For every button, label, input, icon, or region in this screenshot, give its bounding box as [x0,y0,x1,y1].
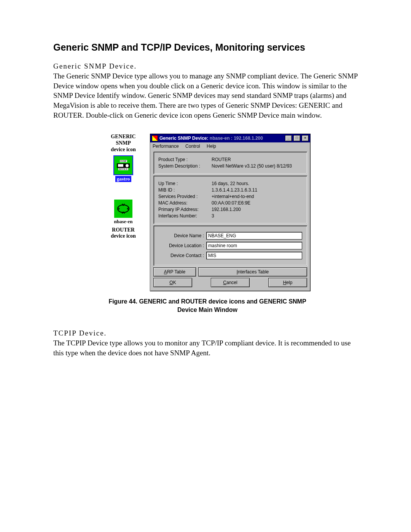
minimize-button[interactable]: _ [285,135,292,141]
primary-ip-label: Primary IP Address: [158,207,212,212]
router-icon-caption: nbase-en [104,219,142,225]
menu-control[interactable]: Control [185,144,200,149]
router-icon-label: ROUTER device icon [104,227,142,240]
mac-value: 00:AA:00:07:E6:9E [212,200,302,206]
primary-ip-value: 192.168.1.200 [212,207,302,212]
panel-product: Product Type :ROUTER System Description … [153,152,307,174]
page-title: Generic SNMP and TCP/IP Devices, Monitor… [53,42,362,53]
snmp-device-dialog: Generic SNMP Device: nbase-en : 192.168.… [150,134,311,291]
titlebar[interactable]: Generic SNMP Device: nbase-en : 192.168.… [150,134,310,142]
panel-details: Up Time :16 days, 22 hours. MIB ID :1.3.… [153,176,307,224]
device-name-label: Device Name : [158,233,206,238]
mib-id-value: 1.3.6.1.4.1.23.1.6.3.11 [212,187,302,193]
uptime-value: 16 days, 22 hours. [212,181,302,186]
paragraph-tcpip: The TCPIP Device type allows you to moni… [53,338,362,358]
uptime-label: Up Time : [158,181,212,186]
generic-snmp-icon-label: GENERIC SNMP device icon [104,134,142,153]
device-location-input[interactable] [206,242,302,249]
interfaces-number-value: 3 [212,213,302,219]
app-icon [152,135,158,141]
generic-snmp-icon-caption: gastro [115,176,131,182]
device-location-label: Device Location : [158,243,206,248]
system-description-value: Novell NetWare v3.12 (50 user) 8/12/93 [212,163,302,169]
interfaces-table-button[interactable]: Interfaces Table [198,267,307,276]
section-head-generic: Generic SNMP Device. [53,62,362,70]
paragraph-generic: The Generic SNMP Device type allows you … [53,71,362,120]
mac-label: MAC Address: [158,200,212,206]
section-head-tcpip: TCPIP Device. [53,329,362,337]
figure-caption: Figure 44. GENERIC and ROUTER device ico… [101,297,314,314]
mib-id-label: MIB ID : [158,187,212,193]
menubar: Performance Control Help [150,142,310,150]
arp-table-button[interactable]: AARP TableRP Table [153,267,196,276]
menu-performance[interactable]: Performance [153,144,179,149]
window-title: Generic SNMP Device: nbase-en : 192.168.… [159,136,284,141]
maximize-button[interactable]: □ [293,135,300,141]
device-name-input[interactable] [206,232,302,240]
router-device-icon[interactable] [114,200,132,218]
services-label: Services Provided : [158,194,212,199]
services-value: +internal+end-to-end [212,194,302,199]
product-type-label: Product Type : [158,157,212,162]
system-description-label: System Description : [158,163,212,169]
product-type-value: ROUTER [212,157,302,162]
ok-button[interactable]: OK [153,278,192,287]
close-button[interactable]: × [302,135,309,141]
generic-snmp-device-icon[interactable] [113,155,133,175]
device-contact-input[interactable] [206,252,302,259]
device-contact-label: Device Contact : [158,253,206,258]
panel-editable: Device Name : Device Location : Device C… [153,225,307,266]
cancel-button[interactable]: Cancel [211,278,250,287]
interfaces-number-label: Interfaces Number: [158,213,212,219]
help-button[interactable]: Help [268,278,307,287]
menu-help[interactable]: Help [207,144,216,149]
